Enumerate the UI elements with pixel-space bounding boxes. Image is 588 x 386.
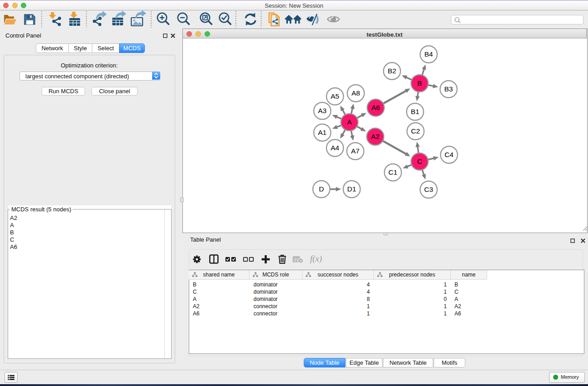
- svg-text:A6: A6: [372, 104, 380, 111]
- svg-text:A4: A4: [331, 144, 339, 152]
- svg-text:C4: C4: [445, 151, 454, 158]
- svg-text:A3: A3: [318, 107, 327, 114]
- svg-text:B3: B3: [445, 85, 453, 93]
- svg-text:A2: A2: [371, 133, 380, 140]
- svg-text:B: B: [417, 79, 422, 87]
- svg-text:A8: A8: [352, 89, 360, 97]
- svg-text:C2: C2: [411, 127, 420, 135]
- svg-text:C3: C3: [424, 186, 433, 193]
- svg-text:A1: A1: [318, 129, 327, 136]
- svg-text:A7: A7: [351, 147, 360, 155]
- svg-text:B4: B4: [425, 50, 433, 58]
- svg-text:A5: A5: [331, 92, 339, 100]
- svg-text:D: D: [319, 185, 324, 193]
- svg-text:D1: D1: [347, 185, 356, 193]
- svg-text:C: C: [417, 157, 422, 165]
- svg-text:C1: C1: [388, 168, 397, 176]
- svg-text:B2: B2: [388, 67, 397, 75]
- svg-text:B1: B1: [411, 108, 420, 115]
- svg-text:A: A: [347, 118, 352, 126]
